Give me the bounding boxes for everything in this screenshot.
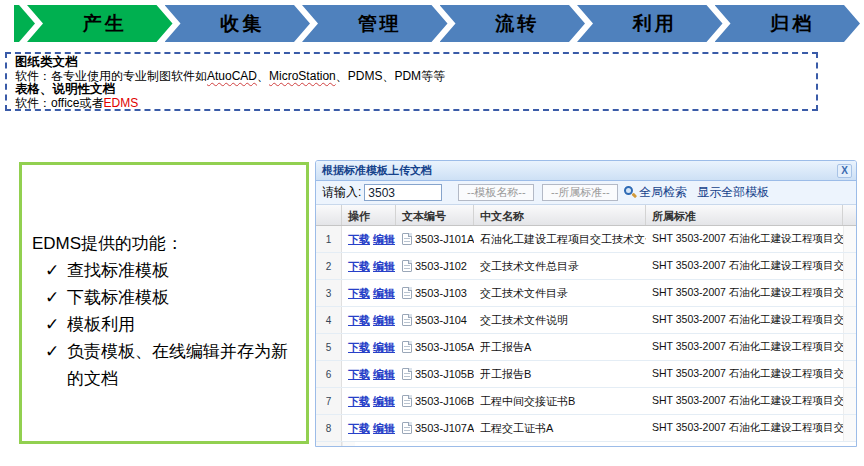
operation-cell: 下载编辑 xyxy=(342,361,396,387)
note-line-drawing-software: 软件：各专业使用的专业制图软件如AtuoCAD、MicroStation、PDM… xyxy=(15,70,808,84)
edit-link[interactable]: 编辑 xyxy=(373,286,395,301)
standard-cell: SHT 3503-2007 石油化工建设工程项目交工… xyxy=(646,226,843,252)
chinese-name-cell: 开工报告B xyxy=(474,361,646,387)
edms-features-box: EDMS提供的功能： ✓ 查找标准模板 ✓ 下载标准模板 ✓ 模板利用 ✓ 负责… xyxy=(19,162,309,444)
doc-number-cell: 3503-J103 xyxy=(396,280,474,306)
row-number: 1 xyxy=(316,226,342,252)
table-row[interactable]: 7下载编辑3503-J106B工程中间交接证书BSHT 3503-2007 石油… xyxy=(316,388,856,415)
chinese-name-cell: 开工报告A xyxy=(474,334,646,360)
doc-number-cell: 3503-J105A xyxy=(396,334,474,360)
feature-item: ✓ 负责模板、在线编辑并存为新的文档 xyxy=(32,338,298,392)
row-number: 2 xyxy=(316,253,342,279)
download-link[interactable]: 下载 xyxy=(348,313,370,328)
table-row[interactable]: 8下载编辑3503-J107A工程交工证书ASHT 3503-2007 石油化工… xyxy=(316,415,856,442)
row-number: 8 xyxy=(316,415,342,441)
header-standard[interactable]: 所属标准 xyxy=(646,205,843,225)
scrollbar-spacer xyxy=(843,415,856,441)
header-operation[interactable]: 操作 xyxy=(342,205,396,225)
download-link[interactable]: 下载 xyxy=(348,340,370,355)
doc-number-cell: 3503-J102 xyxy=(396,253,474,279)
edit-link[interactable]: 编辑 xyxy=(373,232,395,247)
process-flow: 产生收集管理流转利用归档 xyxy=(14,5,860,42)
table-row[interactable]: 2下载编辑3503-J102交工技术文件总目录SHT 3503-2007 石油化… xyxy=(316,253,856,280)
edit-link[interactable]: 编辑 xyxy=(373,421,395,436)
standard-cell: SHT 3503-2007 石油化工建设工程项目交工… xyxy=(646,307,843,333)
document-icon xyxy=(402,422,412,434)
template-name-dropdown[interactable]: --模板名称-- xyxy=(458,184,534,201)
document-icon xyxy=(402,314,412,326)
note-line-office-software: 软件：office或者EDMS xyxy=(15,97,808,111)
row-number: 3 xyxy=(316,280,342,306)
close-icon[interactable]: X xyxy=(837,164,852,178)
global-search-button[interactable]: 全局检索 xyxy=(624,184,687,201)
doc-number-cell: 3503-J104 xyxy=(396,307,474,333)
show-all-templates-button[interactable]: 显示全部模板 xyxy=(697,184,769,201)
download-link[interactable]: 下载 xyxy=(348,394,370,409)
dialog-titlebar: 根据标准模板上传文档 X xyxy=(316,161,856,181)
search-input[interactable] xyxy=(364,184,442,201)
table-row[interactable]: 4下载编辑3503-J104交工技术文件说明SHT 3503-2007 石油化工… xyxy=(316,307,856,334)
header-spacer xyxy=(843,205,856,225)
edit-link[interactable]: 编辑 xyxy=(373,340,395,355)
header-chinese-name[interactable]: 中文名称 xyxy=(474,205,646,225)
standard-cell: SHT 3503-2007 石油化工建设工程项目交工… xyxy=(646,253,843,279)
operation-cell: 下载编辑 xyxy=(342,226,396,252)
document-icon xyxy=(402,233,412,245)
edit-link[interactable]: 编辑 xyxy=(373,313,395,328)
scrollbar-spacer xyxy=(843,388,856,414)
header-rownum xyxy=(316,205,342,225)
row-number: 7 xyxy=(316,388,342,414)
chinese-name-cell: 交工技术文件目录 xyxy=(474,280,646,306)
download-link[interactable]: 下载 xyxy=(348,286,370,301)
table-row[interactable]: 5下载编辑3503-J105A开工报告ASHT 3503-2007 石油化工建设… xyxy=(316,334,856,361)
scrollbar-spacer xyxy=(843,280,856,306)
upload-dialog: 根据标准模板上传文档 X 请输入: --模板名称-- --所属标准-- 全局检索… xyxy=(315,160,857,447)
edit-link[interactable]: 编辑 xyxy=(373,259,395,274)
standard-dropdown[interactable]: --所属标准-- xyxy=(542,184,618,201)
download-link[interactable]: 下载 xyxy=(348,367,370,382)
table-row-partial xyxy=(316,442,856,447)
standard-cell: SHT 3503-2007 石油化工建设工程项目交工… xyxy=(646,388,843,414)
scrollbar-spacer xyxy=(843,361,856,387)
row-number xyxy=(316,442,342,447)
check-icon: ✓ xyxy=(45,257,59,284)
table-row[interactable]: 1下载编辑3503-J101A石油化工建设工程项目交工技术文件封面ASHT 35… xyxy=(316,226,856,253)
doc-number-cell: 3503-J106B xyxy=(396,388,474,414)
edit-link[interactable]: 编辑 xyxy=(373,367,395,382)
document-icon xyxy=(402,395,412,407)
header-doc-number[interactable]: 文本编号 xyxy=(396,205,474,225)
note-heading-drawings: 图纸类文档 xyxy=(15,56,808,70)
document-icon xyxy=(402,341,412,353)
dialog-title: 根据标准模板上传文档 xyxy=(322,163,837,178)
standard-cell: SHT 3503-2007 石油化工建设工程项目交工… xyxy=(646,361,843,387)
operation-cell: 下载编辑 xyxy=(342,253,396,279)
download-link[interactable]: 下载 xyxy=(348,259,370,274)
flow-step-1: 产生 xyxy=(27,5,173,42)
software-name-autocad: AtuoCAD xyxy=(207,69,257,83)
search-icon xyxy=(624,186,637,199)
edms-highlight: EDMS xyxy=(103,96,138,110)
flow-step-5: 利用 xyxy=(577,5,723,42)
grid-body: 1下载编辑3503-J101A石油化工建设工程项目交工技术文件封面ASHT 35… xyxy=(316,226,856,447)
check-icon: ✓ xyxy=(45,284,59,311)
note-heading-tables: 表格、说明性文档 xyxy=(15,83,808,97)
row-number: 5 xyxy=(316,334,342,360)
table-row[interactable]: 3下载编辑3503-J103交工技术文件目录SHT 3503-2007 石油化工… xyxy=(316,280,856,307)
document-types-note: 图纸类文档 软件：各专业使用的专业制图软件如AtuoCAD、MicroStati… xyxy=(5,52,818,111)
chinese-name-cell: 交工技术文件总目录 xyxy=(474,253,646,279)
chinese-name-cell: 石油化工建设工程项目交工技术文件封面A xyxy=(474,226,646,252)
scrollbar-spacer xyxy=(843,226,856,252)
table-header: 操作 文本编号 中文名称 所属标准 xyxy=(316,205,856,226)
row-number: 4 xyxy=(316,307,342,333)
scrollbar-spacer xyxy=(843,307,856,333)
operation-cell: 下载编辑 xyxy=(342,307,396,333)
feature-item: ✓ 下载标准模板 xyxy=(32,284,298,311)
download-link[interactable]: 下载 xyxy=(348,421,370,436)
chinese-name-cell: 交工技术文件说明 xyxy=(474,307,646,333)
download-link[interactable]: 下载 xyxy=(348,232,370,247)
flow-step-2: 收集 xyxy=(165,5,311,42)
operation-cell: 下载编辑 xyxy=(342,388,396,414)
table-row[interactable]: 6下载编辑3503-J105B开工报告BSHT 3503-2007 石油化工建设… xyxy=(316,361,856,388)
flow-step-6: 归档 xyxy=(715,5,861,42)
edit-link[interactable]: 编辑 xyxy=(373,394,395,409)
